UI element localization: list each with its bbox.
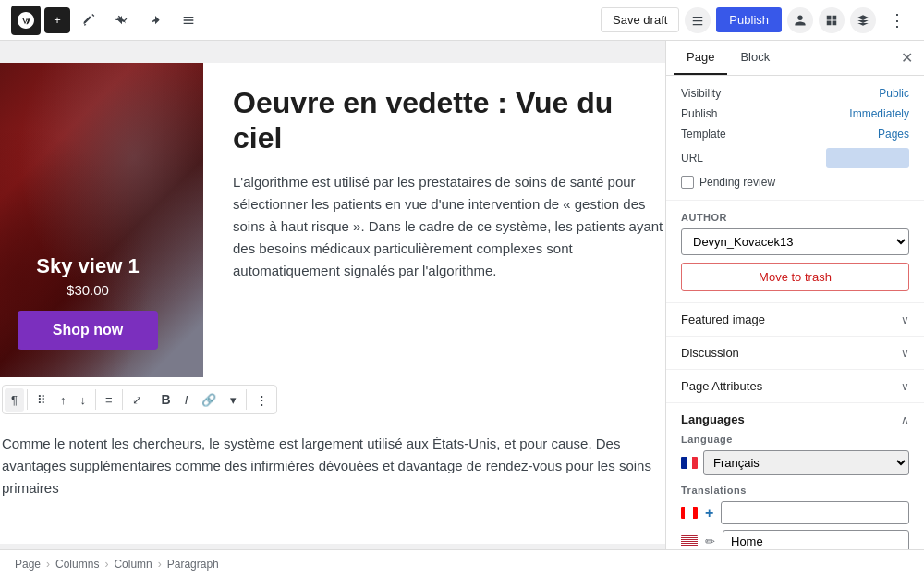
visibility-value[interactable]: Public <box>879 87 909 100</box>
visibility-section: Visibility Public Publish Immediately Te… <box>666 76 924 201</box>
featured-image-chevron: ∨ <box>901 314 909 326</box>
template-value[interactable]: Pages <box>878 128 909 141</box>
discussion-chevron: ∨ <box>901 347 909 360</box>
language-select-row: Français <box>681 450 909 475</box>
translations-label: Translations <box>681 485 909 496</box>
url-label: URL <box>681 152 703 165</box>
breadcrumb-page[interactable]: Page <box>15 558 41 571</box>
breadcrumb-columns[interactable]: Columns <box>55 558 99 571</box>
translation-input-us[interactable] <box>723 530 909 549</box>
publish-value[interactable]: Immediately <box>849 107 909 120</box>
editor-canvas: Sky view 1 $30.00 Shop now Oeuvre en ved… <box>0 41 665 549</box>
undo-button[interactable] <box>107 7 137 33</box>
article-paragraph-1: L'algorithme est utilisé par les prestat… <box>233 171 663 282</box>
layout-icon <box>825 14 838 27</box>
move-down-button[interactable]: ↓ <box>73 388 92 412</box>
more-options-button[interactable]: ⋮ <box>881 5 913 36</box>
pending-review-checkbox[interactable] <box>681 176 694 189</box>
main-area: Sky view 1 $30.00 Shop now Oeuvre en ved… <box>0 41 924 549</box>
page-attributes-section[interactable]: Page Attributes ∨ <box>666 370 924 403</box>
languages-chevron: ∧ <box>901 413 909 426</box>
breadcrumb-sep-2: › <box>104 558 108 571</box>
toolbar-left: + <box>11 6 203 35</box>
tab-page[interactable]: Page <box>674 41 727 75</box>
toolbar-divider-2 <box>95 389 96 410</box>
translation-input-ca[interactable] <box>721 501 909 524</box>
breadcrumb: Page › Columns › Column › Paragraph <box>0 549 924 578</box>
wp-icon <box>18 12 34 29</box>
view-icon <box>691 14 704 27</box>
more-rich-text-button[interactable]: ▾ <box>224 388 243 412</box>
languages-title: Languages <box>681 412 745 426</box>
pencil-icon <box>81 13 96 28</box>
redo-button[interactable] <box>140 7 170 33</box>
publish-row: Publish Immediately <box>681 107 909 120</box>
align-button[interactable]: ≡ <box>99 388 119 412</box>
link-button[interactable]: 🔗 <box>195 388 223 412</box>
paragraph-toolbar: ¶ ⠿ ↑ ↓ ≡ ⤢ B I 🔗 ▾ ⋮ <box>2 385 277 414</box>
block-type-button[interactable]: ¶ <box>5 388 24 412</box>
drag-handle[interactable]: ⠿ <box>30 388 53 412</box>
toolbar-divider-1 <box>27 389 28 410</box>
user-icon <box>794 14 807 27</box>
view-button[interactable] <box>685 7 711 33</box>
bold-button[interactable]: B <box>155 387 177 412</box>
editor-content: Sky view 1 $30.00 Shop now Oeuvre en ved… <box>0 63 665 544</box>
top-toolbar: + Save draft Publish ⋮ <box>0 0 924 41</box>
canada-flag <box>681 507 698 519</box>
list-view-icon <box>181 13 196 28</box>
move-up-button[interactable]: ↑ <box>54 388 73 412</box>
shop-now-button[interactable]: Shop now <box>18 311 158 350</box>
page-attributes-label: Page Attributes <box>681 379 762 393</box>
page-attributes-chevron: ∨ <box>901 380 909 393</box>
tab-block[interactable]: Block <box>727 41 783 75</box>
toolbar-divider-5 <box>246 389 247 410</box>
more-block-options[interactable]: ⋮ <box>249 388 274 412</box>
french-flag <box>681 457 698 469</box>
italic-button[interactable]: I <box>178 388 195 412</box>
toolbar-divider-3 <box>122 389 123 410</box>
author-label: AUTHOR <box>681 212 909 223</box>
product-price: $30.00 <box>67 282 109 298</box>
wordpress-logo[interactable] <box>11 6 41 35</box>
move-to-trash-button[interactable]: Move to trash <box>681 263 909 291</box>
publish-label: Publish <box>681 107 717 120</box>
user-avatar[interactable] <box>787 7 813 33</box>
publish-button[interactable]: Publish <box>716 7 782 32</box>
list-view-button[interactable] <box>174 7 203 33</box>
visibility-row: Visibility Public <box>681 87 909 100</box>
plugins-icon <box>857 14 869 27</box>
panel-close-button[interactable]: ✕ <box>897 45 917 70</box>
breadcrumb-paragraph[interactable]: Paragraph <box>167 558 219 571</box>
para-toolbar-container: ¶ ⠿ ↑ ↓ ≡ ⤢ B I 🔗 ▾ ⋮ <box>0 377 665 433</box>
languages-section: Languages ∧ Language Français Translatio… <box>666 403 924 549</box>
languages-header[interactable]: Languages ∧ <box>681 412 909 426</box>
language-select[interactable]: Français <box>703 450 909 475</box>
plugins-button[interactable] <box>850 7 876 33</box>
add-block-button[interactable]: + <box>44 7 70 33</box>
add-translation-button[interactable]: + <box>703 503 715 523</box>
breadcrumb-column[interactable]: Column <box>114 558 152 571</box>
featured-image-section[interactable]: Featured image ∨ <box>666 303 924 337</box>
author-select[interactable]: Devyn_Kovacek13 <box>681 228 909 255</box>
url-bar[interactable] <box>826 148 909 168</box>
paragraph-icon: ¶ <box>11 393 18 407</box>
layout-button[interactable] <box>819 7 845 33</box>
discussion-section[interactable]: Discussion ∨ <box>666 337 924 370</box>
pending-review-row: Pending review <box>681 176 909 189</box>
template-row: Template Pages <box>681 128 909 141</box>
edit-translation-button[interactable]: ✏ <box>703 533 717 549</box>
translation-row-ca: + <box>681 501 909 524</box>
save-draft-button[interactable]: Save draft <box>601 7 679 32</box>
article-paragraph-2: Comme le notent les chercheurs, le systè… <box>0 433 665 514</box>
featured-block: Sky view 1 $30.00 Shop now Oeuvre en ved… <box>0 63 665 377</box>
translation-row-us: ✏ <box>681 530 909 549</box>
pending-review-label: Pending review <box>699 176 775 189</box>
tools-button[interactable] <box>74 7 103 33</box>
url-row: URL <box>681 148 909 168</box>
breadcrumb-sep-3: › <box>158 558 162 571</box>
undo-icon <box>115 13 129 28</box>
toolbar-right: Save draft Publish ⋮ <box>601 5 913 36</box>
transform-button[interactable]: ⤢ <box>126 388 149 412</box>
language-label: Language <box>681 434 909 445</box>
